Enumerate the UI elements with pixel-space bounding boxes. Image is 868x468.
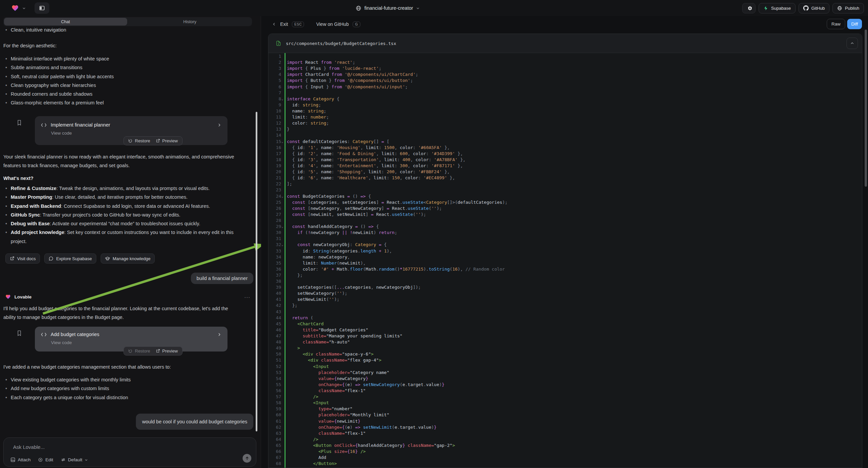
preview-button[interactable]: Preview [156, 138, 178, 143]
input-placeholder: Ask Lovable... [13, 444, 44, 450]
supabase-bolt-icon [763, 6, 768, 11]
project-chevron-down-icon [416, 6, 420, 10]
publish-button[interactable]: Publish [832, 3, 864, 13]
model-default-dropdown[interactable]: Default [61, 457, 88, 462]
supabase-label: Supabase [771, 6, 791, 11]
code-panel: Exit ESC View on GitHub G Raw Diff src/c… [261, 16, 868, 468]
fold-chevron-icon[interactable]: ⌄ [281, 194, 283, 199]
code-line: 48 className="h-auto" [269, 339, 862, 345]
code-lines: 12import React from 'react';3import { Pl… [269, 53, 862, 467]
fold-chevron-icon[interactable]: ⌄ [281, 96, 283, 102]
file-diff-card: src/components/budget/BudgetCategories.t… [268, 34, 862, 468]
code-line: 58 <Input [269, 400, 862, 406]
list-item: GitHub Sync: Transfer your project's cod… [3, 210, 238, 219]
code-line: 29⌄ const handleAddCategory = () => { [269, 224, 862, 230]
project-switcher[interactable]: financial-future-creator [355, 0, 420, 16]
code-line: 18 { id: '3', name: 'Transportation', li… [269, 157, 862, 163]
list-item: Rounded corners and subtle shadows [3, 90, 252, 98]
collapse-file-button[interactable] [846, 38, 858, 49]
code-body[interactable]: 12import React from 'react';3import { Pl… [269, 53, 862, 468]
code-line: 42 }; [269, 302, 862, 309]
code-line: 60 placeholder="Monthly limit" [269, 412, 862, 418]
code-line: 4import ChartCard from '@/components/ui/… [269, 71, 862, 78]
restore-button[interactable]: Restore [128, 138, 150, 143]
app-window: financial-future-creator Supabase [0, 0, 868, 468]
manage-knowledge-button[interactable]: Manage knowledge [101, 254, 155, 264]
restore-preview-toolbar: Restore Preview [123, 347, 183, 355]
code-line: 64 /> [269, 436, 862, 442]
list-item: Add project knowledge: Set key context o… [3, 228, 238, 246]
supabase-button[interactable]: Supabase [758, 3, 796, 13]
restore-button[interactable]: Restore [128, 349, 150, 353]
code-line: 9 id: string; [269, 102, 862, 108]
fold-chevron-icon[interactable]: ⌄ [281, 224, 283, 230]
chat-scrollbar[interactable] [256, 112, 257, 431]
code-line: 55 onChange={(e) => setNewCategory(e.tar… [269, 382, 862, 388]
code-line: 21 { id: '6', name: 'Healthcare', limit:… [269, 175, 862, 181]
tab-chat[interactable]: Chat [4, 18, 127, 26]
code-line: 22]; [269, 181, 862, 187]
code-line: 35 limit: Number(newLimit), [269, 260, 862, 266]
arrow-up-icon [245, 456, 249, 461]
code-line: 34 name: newCategory, [269, 254, 862, 260]
code-line: 37 }; [269, 272, 862, 278]
restore-preview-toolbar: Restore Preview [123, 136, 183, 145]
code-line: 31 [269, 236, 862, 242]
globe-icon [355, 5, 361, 11]
github-button[interactable]: GitHub [799, 3, 829, 13]
attach-image-icon [10, 457, 16, 462]
view-on-github-link[interactable]: View on GitHub [316, 22, 349, 27]
code-line: 7 [269, 90, 862, 96]
code-line: 28 [269, 217, 862, 224]
raw-toggle-button[interactable]: Raw [827, 19, 845, 29]
chat-scroll-area[interactable]: Clean, intuitive navigation For the desi… [0, 16, 261, 468]
visit-docs-button[interactable]: Visit docs [5, 254, 40, 264]
list-item: View existing budget categories with the… [3, 375, 252, 384]
lovable-logo-heart-icon[interactable] [11, 4, 19, 12]
code-line: 57 /> [269, 394, 862, 400]
design-aesthetic-heading: For the design aesthetic: [3, 41, 57, 50]
chevron-left-icon[interactable] [272, 22, 276, 26]
exit-button[interactable]: Exit [280, 22, 288, 27]
edit-mode-button[interactable]: Edit [38, 457, 53, 462]
esc-shortcut-badge: ESC [292, 22, 304, 27]
code-line: 41 setNewLimit(''); [269, 296, 862, 302]
preview-button[interactable]: Preview [156, 349, 178, 353]
graduation-cap-icon [105, 256, 110, 261]
fold-chevron-icon[interactable]: ⌄ [281, 139, 283, 145]
code-scrollbar[interactable] [865, 30, 867, 187]
diff-toggle-button[interactable]: Diff [847, 19, 862, 29]
code-line: 51 <div className="flex gap-4"> [269, 357, 862, 363]
version-card-title: Add budget categories [51, 332, 99, 337]
explore-supabase-button[interactable]: Explore Supabase [44, 254, 96, 264]
code-line: 26 const [newCategory, setNewCategory] =… [269, 205, 862, 211]
view-code-link[interactable]: View code [51, 340, 221, 345]
bookmark-icon[interactable] [16, 330, 23, 337]
send-button[interactable] [243, 454, 251, 463]
code-line: 17 { id: '2', name: 'Food & Dining', lim… [269, 151, 862, 157]
code-line: 43 [269, 309, 862, 315]
code-line: 67 Add [269, 455, 862, 461]
sidebar-toggle-button[interactable] [35, 2, 49, 14]
attach-button[interactable]: Attach [10, 457, 31, 462]
file-header[interactable]: src/components/budget/BudgetCategories.t… [269, 34, 862, 53]
chevron-right-icon [217, 123, 221, 127]
code-line: 10 name: string; [269, 108, 862, 114]
assistant-header: Lovable [5, 294, 32, 299]
code-line: 11 limit: number; [269, 114, 862, 120]
fold-chevron-icon[interactable]: ⌄ [281, 242, 283, 248]
code-line: 61 value={newLimit} [269, 418, 862, 425]
code-line: 12 color: string; [269, 120, 862, 126]
code-line: 16 { id: '1', name: 'Housing', limit: 15… [269, 145, 862, 151]
external-link-icon [10, 256, 14, 261]
bookmark-icon[interactable] [16, 119, 23, 126]
message-menu-icon[interactable]: ··· [244, 294, 250, 300]
ask-lovable-input[interactable]: Ask Lovable... Attach Edit Default [3, 437, 256, 467]
code-line: 39 setCategories([...categories, newCate… [269, 284, 862, 290]
view-code-link[interactable]: View code [51, 130, 221, 136]
workspace-chevron-down-icon[interactable] [22, 6, 26, 10]
tab-history[interactable]: History [128, 18, 252, 26]
list-item: Glass-morphic elements for a premium fee… [3, 98, 252, 107]
settings-button[interactable] [742, 3, 755, 13]
github-label: GitHub [811, 6, 825, 11]
